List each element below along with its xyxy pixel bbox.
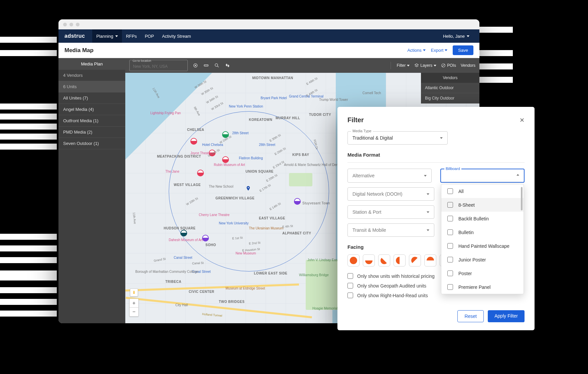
media-pin[interactable] <box>180 230 187 236</box>
dropdown-option-backlit[interactable]: Backlit Bulletin <box>441 212 524 225</box>
ruler-icon[interactable] <box>203 62 209 68</box>
pegman-icon[interactable] <box>130 289 138 297</box>
scrollbar[interactable] <box>521 187 523 210</box>
place-label: Trump World Tower <box>319 98 348 102</box>
sidebar: Media Plan 4 Vendors 6 Units All Unites … <box>58 58 125 323</box>
street-label: 11th Ave <box>132 212 137 224</box>
place-label: 28th Street <box>259 143 275 147</box>
format-select-station[interactable]: Station & Port <box>347 205 434 219</box>
close-icon[interactable]: ✕ <box>520 117 525 124</box>
facing-option[interactable] <box>347 254 359 266</box>
brand-logo: adstruc <box>64 33 85 39</box>
area-label: MIDTOWN MANHATTAN <box>252 76 293 80</box>
facing-option[interactable] <box>363 254 375 266</box>
search-icon[interactable] <box>214 62 220 68</box>
zoom-in-button[interactable]: + <box>130 299 138 308</box>
dropdown-option-all[interactable]: All <box>441 184 524 198</box>
svg-line-9 <box>442 64 445 67</box>
zoom-out-button[interactable]: − <box>130 308 138 316</box>
sidebar-summary-vendors[interactable]: 4 Vendors <box>58 70 125 81</box>
caret-down-icon <box>467 35 469 37</box>
street-label: Canal St <box>192 261 204 265</box>
checkbox[interactable] <box>447 243 453 249</box>
checkbox[interactable] <box>347 293 353 298</box>
nav-activity-stream[interactable]: Activity Stream <box>158 29 195 43</box>
layers-toggle[interactable]: Layers <box>414 63 436 68</box>
filter-toggle[interactable]: Filter <box>397 63 410 68</box>
traffic-light-max[interactable] <box>76 23 80 26</box>
checkbox[interactable] <box>447 202 453 208</box>
nav-rfps[interactable]: RFPs <box>122 29 141 43</box>
checkbox[interactable] <box>447 270 453 276</box>
dropdown-option-junior[interactable]: Junior Poster <box>441 253 524 266</box>
area-label: MURRAY HILL <box>276 116 300 120</box>
pois-toggle[interactable]: POIs <box>441 63 456 68</box>
area-label: TUDOR CITY <box>309 113 331 117</box>
facing-option[interactable] <box>424 254 436 266</box>
street-label: W 33rd St <box>210 102 224 111</box>
select-label: Media Type <box>351 129 373 133</box>
facing-option[interactable] <box>378 254 390 266</box>
checkbox[interactable] <box>447 257 453 262</box>
dropdown-option-8sheet[interactable]: 8-Sheet <box>441 198 524 212</box>
area-label: WEST VILLAGE <box>174 183 194 187</box>
format-select-transit[interactable]: Transit & Mobile <box>347 223 434 237</box>
media-pin[interactable] <box>197 170 204 176</box>
dropdown-option-bulletin[interactable]: Bulletin <box>441 225 524 239</box>
area-label: GREENWICH VILLAGE <box>215 196 242 200</box>
vendors-panel: Vendors Atlantic Outdoor Big City Outdoo… <box>421 73 479 104</box>
actions-menu[interactable]: Actions <box>407 48 426 53</box>
checkbox[interactable] <box>447 284 453 290</box>
checkbox[interactable] <box>447 216 453 221</box>
checkbox[interactable] <box>347 283 353 289</box>
caret-down-icon <box>424 175 427 177</box>
dropdown-option-hpw[interactable]: Hand Painted Wallscape <box>441 239 524 253</box>
sidebar-item-outfront-media[interactable]: Outfront Media (1) <box>58 115 125 127</box>
svg-marker-7 <box>415 64 419 66</box>
media-pin[interactable] <box>190 138 197 145</box>
svg-line-4 <box>217 66 218 67</box>
sidebar-summary-units[interactable]: 6 Units <box>58 81 125 92</box>
traffic-light-min[interactable] <box>69 23 73 26</box>
area-label: SOHO <box>205 243 216 247</box>
area-label: TRIBECA <box>165 280 181 284</box>
save-button[interactable]: Save <box>453 45 473 55</box>
user-menu[interactable]: Hello, Jane <box>439 29 473 43</box>
export-menu[interactable]: Export <box>431 48 448 53</box>
media-pin[interactable] <box>294 198 301 205</box>
checkbox[interactable] <box>447 188 453 194</box>
traffic-light-close[interactable] <box>63 23 67 26</box>
format-select-dooh[interactable]: Digital Network (DOOH) <box>347 187 434 201</box>
svg-point-3 <box>215 64 218 66</box>
format-select-alternative[interactable]: Alternative <box>347 169 432 183</box>
footprint-icon[interactable] <box>225 62 231 68</box>
place-label: Borough of Manhattan Community College <box>135 270 175 273</box>
dropdown-option-poster[interactable]: Poster <box>441 266 524 280</box>
facing-option[interactable] <box>409 254 421 266</box>
checkbox[interactable] <box>347 273 353 279</box>
media-type-select[interactable]: Media Type Traditional & Digital <box>347 131 448 145</box>
facing-option[interactable] <box>394 254 406 266</box>
apply-filter-button[interactable]: Apply Filter <box>488 310 525 322</box>
caret-down-icon <box>440 137 443 139</box>
media-pin[interactable] <box>222 156 229 163</box>
nav-pop[interactable]: POP <box>141 29 158 43</box>
vendors-toggle[interactable]: Vendors <box>461 63 475 68</box>
sidebar-item-all-units[interactable]: All Unites (7) <box>58 92 125 104</box>
vendor-row[interactable]: Big City Outdoor <box>421 93 479 104</box>
nav-planning[interactable]: Planning <box>92 29 122 43</box>
target-icon[interactable] <box>192 62 198 68</box>
reset-button[interactable]: Reset <box>457 310 484 322</box>
format-select-billboard[interactable]: Billboard All 8-Sheet Backlit Bulletin B… <box>440 169 525 183</box>
media-pin[interactable] <box>202 235 209 241</box>
area-label: HUDSON SQUARE <box>164 226 184 230</box>
checkbox[interactable] <box>447 229 453 235</box>
map-toolbar: Go to location Filter Layers <box>125 58 479 73</box>
sidebar-item-seven-outdoor[interactable]: Seven Outdoor (1) <box>58 138 125 149</box>
sidebar-item-pmd-media[interactable]: PMD Media (2) <box>58 127 125 138</box>
sidebar-item-angel-media[interactable]: Angel Media (4) <box>58 104 125 115</box>
vendor-row[interactable]: Atlantic Outdoor <box>421 83 479 93</box>
area-label: MEATPACKING DISTRICT <box>157 155 184 158</box>
dropdown-option-premiere[interactable]: Premiere Panel <box>441 280 524 294</box>
place-label: New York Penn Station <box>229 105 249 108</box>
